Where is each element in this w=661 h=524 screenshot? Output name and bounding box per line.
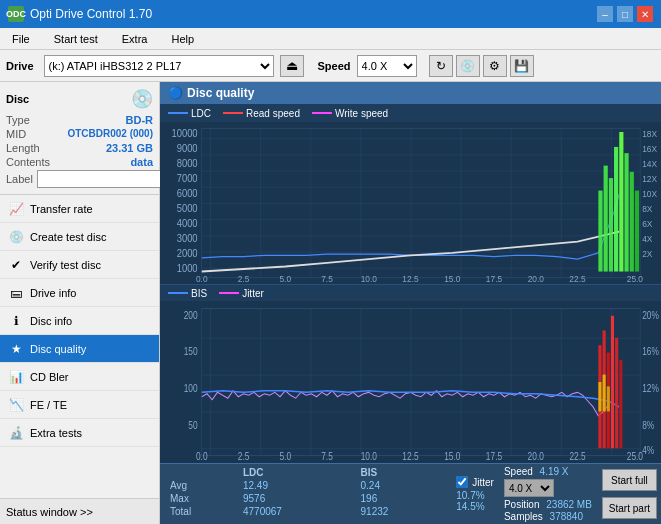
disc-info-icon: ℹ xyxy=(8,313,24,329)
speed-position-stats: Speed 4.19 X 4.0 X Position 23862 MB Sam… xyxy=(498,464,598,524)
sidebar-item-disc-info[interactable]: ℹ Disc info xyxy=(0,307,159,335)
svg-text:5.0: 5.0 xyxy=(279,450,291,463)
sidebar-item-extra-tests[interactable]: 🔬 Extra tests xyxy=(0,419,159,447)
svg-text:12%: 12% xyxy=(642,382,659,395)
disc-icon: 💿 xyxy=(131,88,153,110)
disc-title: Disc xyxy=(6,93,29,105)
sidebar-item-create-test-disc[interactable]: 💿 Create test disc xyxy=(0,223,159,251)
svg-text:50: 50 xyxy=(188,419,198,432)
eject-button[interactable]: ⏏ xyxy=(280,55,304,77)
drivebar: Drive (k:) ATAPI iHBS312 2 PL17 ⏏ Speed … xyxy=(0,50,661,82)
svg-rect-66 xyxy=(615,338,618,448)
ldc-legend: LDC xyxy=(168,108,211,119)
svg-rect-38 xyxy=(630,172,634,272)
drive-select[interactable]: (k:) ATAPI iHBS312 2 PL17 xyxy=(44,55,274,77)
ldc-label: LDC xyxy=(191,108,211,119)
sidebar-nav: 📈 Transfer rate 💿 Create test disc ✔ Ver… xyxy=(0,195,159,498)
start-full-button[interactable]: Start full xyxy=(602,469,657,491)
label-input[interactable] xyxy=(37,170,170,188)
type-value: BD-R xyxy=(126,114,154,126)
svg-text:9000: 9000 xyxy=(177,142,198,154)
svg-text:4%: 4% xyxy=(642,444,654,457)
refresh-button[interactable]: ↻ xyxy=(429,55,453,77)
menu-start-test[interactable]: Start test xyxy=(46,31,106,47)
maximize-button[interactable]: □ xyxy=(617,6,633,22)
jitter-checkbox[interactable] xyxy=(456,476,468,488)
nav-label-fe-te: FE / TE xyxy=(30,399,67,411)
svg-text:14X: 14X xyxy=(642,158,657,169)
jitter-check-row: Jitter xyxy=(456,476,494,488)
settings-button[interactable]: ⚙ xyxy=(483,55,507,77)
sidebar-item-transfer-rate[interactable]: 📈 Transfer rate xyxy=(0,195,159,223)
sidebar-item-drive-info[interactable]: 🖴 Drive info xyxy=(0,279,159,307)
close-button[interactable]: ✕ xyxy=(637,6,653,22)
svg-text:20%: 20% xyxy=(642,308,659,321)
svg-rect-32 xyxy=(598,191,602,272)
read-speed-legend: Read speed xyxy=(223,108,300,119)
status-window-button[interactable]: Status window >> xyxy=(0,498,159,524)
svg-text:20.0: 20.0 xyxy=(528,450,545,463)
jitter-legend: Jitter xyxy=(219,288,264,299)
disc-contents-row: Contents data xyxy=(6,156,153,168)
menu-extra[interactable]: Extra xyxy=(114,31,156,47)
svg-text:150: 150 xyxy=(184,345,198,358)
fe-te-icon: 📉 xyxy=(8,397,24,413)
nav-label-disc-quality: Disc quality xyxy=(30,343,86,355)
menu-help[interactable]: Help xyxy=(163,31,202,47)
main: Disc 💿 Type BD-R MID OTCBDR002 (000) Len… xyxy=(0,82,661,524)
svg-text:3000: 3000 xyxy=(177,232,198,244)
speed-stat-label: Speed xyxy=(504,466,533,477)
svg-rect-34 xyxy=(609,178,613,271)
sidebar-item-verify-test-disc[interactable]: ✔ Verify test disc xyxy=(0,251,159,279)
disc-button[interactable]: 💿 xyxy=(456,55,480,77)
sidebar: Disc 💿 Type BD-R MID OTCBDR002 (000) Len… xyxy=(0,82,160,524)
cd-bler-icon: 📊 xyxy=(8,369,24,385)
save-button[interactable]: 💾 xyxy=(510,55,534,77)
minimize-button[interactable]: – xyxy=(597,6,613,22)
avg-label: Avg xyxy=(166,479,239,492)
sidebar-item-cd-bler[interactable]: 📊 CD Bler xyxy=(0,363,159,391)
start-part-button[interactable]: Start part xyxy=(602,497,657,519)
avg-ldc: 12.49 xyxy=(239,479,357,492)
svg-text:100: 100 xyxy=(184,382,198,395)
disc-section: Disc 💿 Type BD-R MID OTCBDR002 (000) Len… xyxy=(0,82,159,195)
stats-speed-select[interactable]: 4.0 X xyxy=(504,479,554,497)
svg-rect-35 xyxy=(614,147,618,272)
svg-text:12.5: 12.5 xyxy=(402,273,418,284)
svg-rect-65 xyxy=(611,316,614,449)
extra-tests-icon: 🔬 xyxy=(8,425,24,441)
toolbar-icons: ↻ 💿 ⚙ 💾 xyxy=(429,55,534,77)
mid-label: MID xyxy=(6,128,26,140)
svg-text:1000: 1000 xyxy=(177,262,198,274)
read-speed-line xyxy=(223,112,243,114)
lower-chart-svg: 200 150 100 50 20% 16% 12% 8% 4% 0.0 2.5… xyxy=(160,301,661,463)
svg-text:10000: 10000 xyxy=(171,127,197,139)
create-test-disc-icon: 💿 xyxy=(8,229,24,245)
menu-file[interactable]: File xyxy=(4,31,38,47)
speed-select-row: 4.0 X xyxy=(504,479,592,497)
sidebar-item-fe-te[interactable]: 📉 FE / TE xyxy=(0,391,159,419)
stats-table: LDC BIS Avg 12.49 0.24 Max 9576 196 xyxy=(160,464,452,524)
write-speed-legend: Write speed xyxy=(312,108,388,119)
speed-select[interactable]: 4.0 X xyxy=(357,55,417,77)
svg-text:20.0: 20.0 xyxy=(528,273,544,284)
nav-label-disc-info: Disc info xyxy=(30,315,72,327)
col-header-bis: BIS xyxy=(357,466,447,479)
svg-text:25.0: 25.0 xyxy=(627,450,644,463)
svg-text:10X: 10X xyxy=(642,188,657,199)
stats-data-table: LDC BIS Avg 12.49 0.24 Max 9576 196 xyxy=(166,466,446,518)
disc-mid-row: MID OTCBDR002 (000) xyxy=(6,128,153,140)
disc-header: Disc 💿 xyxy=(6,88,153,110)
sidebar-item-disc-quality[interactable]: ★ Disc quality xyxy=(0,335,159,363)
position-label: Position xyxy=(504,499,540,510)
svg-text:17.5: 17.5 xyxy=(486,273,502,284)
nav-label-extra-tests: Extra tests xyxy=(30,427,82,439)
lower-chart-legend: BIS Jitter xyxy=(160,285,661,301)
transfer-rate-icon: 📈 xyxy=(8,201,24,217)
samples-stat-row: Samples 378840 xyxy=(504,511,592,522)
svg-text:12X: 12X xyxy=(642,173,657,184)
samples-value: 378840 xyxy=(550,511,583,522)
svg-text:7.5: 7.5 xyxy=(321,450,333,463)
bis-label: BIS xyxy=(191,288,207,299)
svg-text:17.5: 17.5 xyxy=(486,450,503,463)
